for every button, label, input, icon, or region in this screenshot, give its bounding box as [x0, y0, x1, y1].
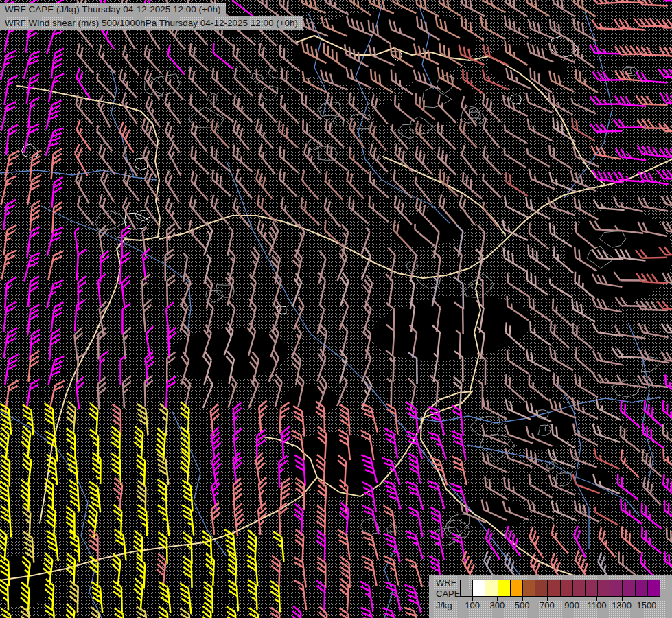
legend-tick-label: 500	[515, 600, 530, 610]
legend-color-cell	[535, 580, 547, 596]
legend-color-bar	[460, 580, 660, 597]
title-bar: WRF CAPE (J/kg) Thursday 04-12-2025 12:0…	[0, 3, 303, 30]
legend-tick-label: 300	[490, 600, 505, 610]
legend-tick-label: 1500	[636, 600, 656, 610]
legend-tick-label: 700	[540, 600, 555, 610]
legend-color-cell	[585, 580, 597, 596]
legend-label-cape: CAPE	[436, 588, 460, 599]
legend-label-unit: J/kg	[436, 600, 452, 610]
legend-color-cell	[560, 580, 572, 596]
wrf-weather-map-app: WRF CAPE (J/kg) Thursday 04-12-2025 12:0…	[0, 0, 672, 618]
map-title-cape: WRF CAPE (J/kg) Thursday 04-12-2025 12:0…	[0, 3, 226, 16]
legend-color-cell	[647, 580, 660, 596]
legend-color-cell	[622, 580, 634, 596]
legend-color-cell	[610, 580, 622, 596]
weather-map	[0, 0, 672, 618]
legend-color-cell	[635, 580, 647, 596]
legend-color-cell	[472, 580, 485, 596]
legend-tick-label: 900	[564, 600, 579, 610]
legend-color-cell	[498, 580, 510, 596]
cape-legend: WRF CAPE J/kg 10030050070090011001300150…	[429, 575, 672, 618]
legend-color-cell	[572, 580, 585, 596]
black-patch	[373, 100, 434, 128]
black-patch	[283, 385, 338, 415]
legend-color-cell	[461, 580, 472, 596]
legend-color-cell	[510, 580, 522, 596]
legend-tick-label: 1100	[587, 600, 606, 610]
legend-tick-label: 1300	[612, 600, 632, 610]
map-title-windshear: WRF Wind shear (m/s) 500/1000hPa Thursda…	[0, 16, 303, 30]
legend-tick-label: 100	[465, 600, 480, 610]
legend-label-wrf: WRF	[436, 577, 456, 588]
legend-color-cell	[597, 580, 610, 596]
stipple-layer	[0, 0, 672, 618]
legend-color-cell	[522, 580, 535, 596]
legend-color-cell	[485, 580, 497, 596]
legend-color-cell	[547, 580, 559, 596]
